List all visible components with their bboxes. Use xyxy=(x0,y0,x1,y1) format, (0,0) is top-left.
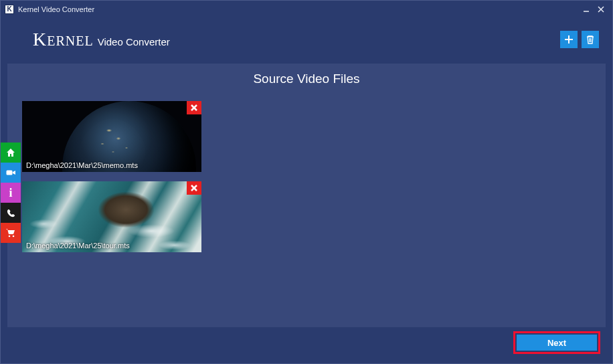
brand-sub: Video Converter xyxy=(98,36,170,48)
close-icon xyxy=(190,184,198,192)
brand-main: Kernel xyxy=(33,29,94,50)
source-files-panel: Source Video Files D:\megha\2021\Mar\25\… xyxy=(7,64,606,327)
minimize-button[interactable] xyxy=(579,3,594,16)
sidebar-buy-button[interactable] xyxy=(1,223,21,243)
video-thumbnail[interactable]: D:\megha\2021\Mar\25\tour.mts xyxy=(22,181,201,252)
sidebar-home-button[interactable] xyxy=(1,143,21,163)
trash-icon xyxy=(585,34,596,45)
svg-point-12 xyxy=(9,236,11,238)
sidebar-video-button[interactable] xyxy=(1,163,21,183)
titlebar: K Kernel Video Converter xyxy=(1,1,612,18)
file-path-label: D:\megha\2021\Mar\25\memo.mts xyxy=(22,159,201,172)
delete-file-button[interactable] xyxy=(582,31,599,48)
phone-icon xyxy=(6,208,16,218)
next-button-highlight: Next xyxy=(513,331,600,354)
home-icon xyxy=(5,147,16,158)
sidebar-contact-button[interactable] xyxy=(1,203,21,223)
video-thumbnail[interactable]: D:\megha\2021\Mar\25\memo.mts xyxy=(22,101,201,172)
thumbnail-list: D:\megha\2021\Mar\25\memo.mts D:\megha\2… xyxy=(7,86,606,252)
plus-icon xyxy=(563,34,574,45)
svg-point-13 xyxy=(13,236,15,238)
app-header: Kernel Video Converter xyxy=(1,18,612,61)
app-icon: K xyxy=(5,5,14,14)
panel-title: Source Video Files xyxy=(7,64,606,86)
window-title: Kernel Video Converter xyxy=(18,5,94,13)
close-icon xyxy=(190,104,198,112)
remove-file-button[interactable] xyxy=(187,181,201,195)
brand: Kernel Video Converter xyxy=(33,29,170,50)
cart-icon xyxy=(5,227,16,238)
next-button[interactable]: Next xyxy=(517,335,597,351)
footer: Next xyxy=(7,329,606,357)
close-button[interactable] xyxy=(594,3,608,16)
video-icon xyxy=(5,167,16,178)
info-icon: i xyxy=(9,186,12,200)
sidebar-info-button[interactable]: i xyxy=(1,183,21,203)
add-file-button[interactable] xyxy=(560,31,578,48)
side-toolbar: i xyxy=(1,143,21,243)
remove-file-button[interactable] xyxy=(187,101,201,114)
file-path-label: D:\megha\2021\Mar\25\tour.mts xyxy=(22,239,201,252)
svg-rect-11 xyxy=(7,171,13,175)
